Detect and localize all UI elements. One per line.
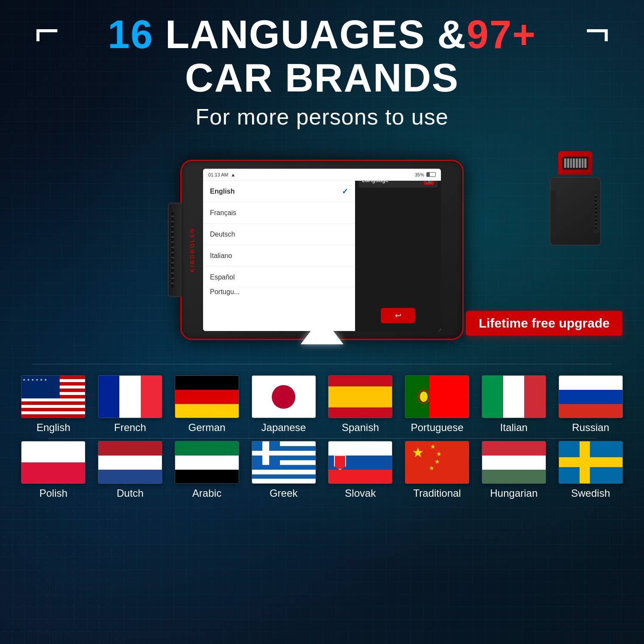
number-16: 16 xyxy=(108,12,153,56)
status-bar: 01:13 AM ▲ 35% xyxy=(203,169,441,181)
france-flag xyxy=(98,376,162,418)
sweden-cross-h xyxy=(559,457,623,468)
poland-flag xyxy=(21,441,85,483)
flag-greek xyxy=(252,441,316,484)
flag-item-hungarian: Hungarian xyxy=(478,441,550,499)
flag-french xyxy=(98,375,162,418)
portugal-red xyxy=(429,376,469,418)
status-right: 35% xyxy=(415,172,436,177)
grip-left xyxy=(168,203,182,297)
hungary-green xyxy=(482,470,546,484)
flag-label-hungarian: Hungarian xyxy=(490,487,538,499)
separator-2 xyxy=(48,438,596,439)
lang-portuguese-label: Portugu... xyxy=(210,288,240,296)
wifi-icon: ▲ xyxy=(231,172,235,177)
header-section: ⌐ ⌐ 16 LANGUAGES &97+ CAR BRANDS For mor… xyxy=(0,0,644,134)
flag-label-greek: Greek xyxy=(270,487,298,499)
flag-label-polish: Polish xyxy=(39,487,67,499)
flag-slovak xyxy=(328,441,392,484)
flag-item-german: German xyxy=(171,375,243,434)
flag-label-arabic: Arabic xyxy=(192,487,222,499)
flag-item-slovak: Slovak xyxy=(324,441,397,499)
pin xyxy=(576,158,578,168)
back-icon: ↩ xyxy=(395,311,401,320)
spain-flag xyxy=(328,376,392,418)
germany-gold xyxy=(175,404,239,418)
italy-white xyxy=(503,376,524,418)
device-screen: 01:13 AM ▲ 35% English ✓ xyxy=(203,169,441,331)
china-star-s2: ★ xyxy=(436,451,442,457)
lang-item-german[interactable]: Deutsch xyxy=(203,224,355,245)
lang-german-label: Deutsch xyxy=(210,231,235,238)
flag-item-dutch: Dutch xyxy=(94,441,167,499)
flag-item-japanese: Japanese xyxy=(247,375,320,434)
subtitle: For more persons to use xyxy=(9,104,635,130)
flag-label-italian: Italian xyxy=(500,422,528,434)
arrow-section xyxy=(301,316,343,344)
pin xyxy=(579,158,581,168)
flag-label-german: German xyxy=(188,422,226,434)
language-list: English ✓ Français Deutsch Italiano Espa… xyxy=(203,181,355,331)
status-left: 01:13 AM ▲ xyxy=(208,172,235,177)
flag-portuguese xyxy=(405,375,469,418)
hungary-white xyxy=(482,456,546,470)
germany-black xyxy=(175,376,239,390)
flag-label-dutch: Dutch xyxy=(117,487,144,499)
lang-item-spanish[interactable]: Español xyxy=(203,267,355,288)
slovakia-red xyxy=(328,470,392,484)
pin xyxy=(564,158,566,168)
separator-1 xyxy=(32,364,612,365)
poland-white xyxy=(21,441,85,462)
sweden-flag xyxy=(559,441,623,483)
spain-red-top xyxy=(328,376,392,386)
france-white xyxy=(119,376,140,418)
germany-flag xyxy=(175,376,239,418)
portugal-flag xyxy=(405,376,469,418)
greece-flag xyxy=(252,441,316,483)
slovakia-flag xyxy=(328,441,392,483)
russia-blue xyxy=(559,390,623,404)
scanner-device: KIBGBOLEN 01:13 AM ▲ 35% xyxy=(180,160,464,340)
lang-item-english[interactable]: English ✓ xyxy=(203,181,355,202)
flag-label-swedish: Swedish xyxy=(571,487,610,499)
flag-label-portuguese: Portuguese xyxy=(411,422,464,434)
flag-hungarian xyxy=(482,441,546,484)
dongle-body xyxy=(550,177,601,246)
lang-item-french[interactable]: Français xyxy=(203,202,355,224)
dutch-white xyxy=(98,456,162,470)
battery-fill xyxy=(427,173,430,176)
flag-russian xyxy=(559,375,623,418)
germany-red xyxy=(175,390,239,404)
flag-japanese xyxy=(252,375,316,418)
pin xyxy=(582,158,584,168)
lang-english-label: English xyxy=(210,188,235,195)
g-s5 xyxy=(252,479,316,483)
lifetime-badge: Lifetime free upgrade xyxy=(466,311,623,336)
flag-item-swedish: Swedish xyxy=(554,441,627,499)
lang-item-italian[interactable]: Italiano xyxy=(203,245,355,267)
canton xyxy=(21,376,60,398)
russia-white xyxy=(559,376,623,390)
dongle-connector xyxy=(558,151,592,175)
hungary-red xyxy=(482,441,546,456)
china-flag: ★ ★ ★ ★ ★ xyxy=(405,441,469,483)
flag-item-spanish: Spanish xyxy=(324,375,397,434)
device-section: KIBGBOLEN 01:13 AM ▲ 35% xyxy=(0,138,644,361)
flag-item-english: English xyxy=(17,375,90,434)
slovakia-white xyxy=(328,441,392,456)
flag-dutch xyxy=(98,441,162,484)
dutch-flag xyxy=(98,441,162,483)
pin xyxy=(567,158,569,168)
dongle-grip xyxy=(593,191,600,234)
lang-item-portuguese[interactable]: Portugu... xyxy=(203,288,355,300)
brand-label: KIBGBOLEN xyxy=(189,228,195,273)
flags-row-2: Polish Dutch xyxy=(17,441,627,499)
dutch-blue xyxy=(98,470,162,484)
connector-pins xyxy=(562,157,588,170)
china-star-s4: ★ xyxy=(429,465,434,471)
china-star-big: ★ xyxy=(412,446,424,459)
g-cross-v xyxy=(262,441,269,465)
arabic-white xyxy=(175,456,239,470)
back-button[interactable]: ↩ xyxy=(381,308,415,323)
hungary-flag xyxy=(482,441,546,483)
